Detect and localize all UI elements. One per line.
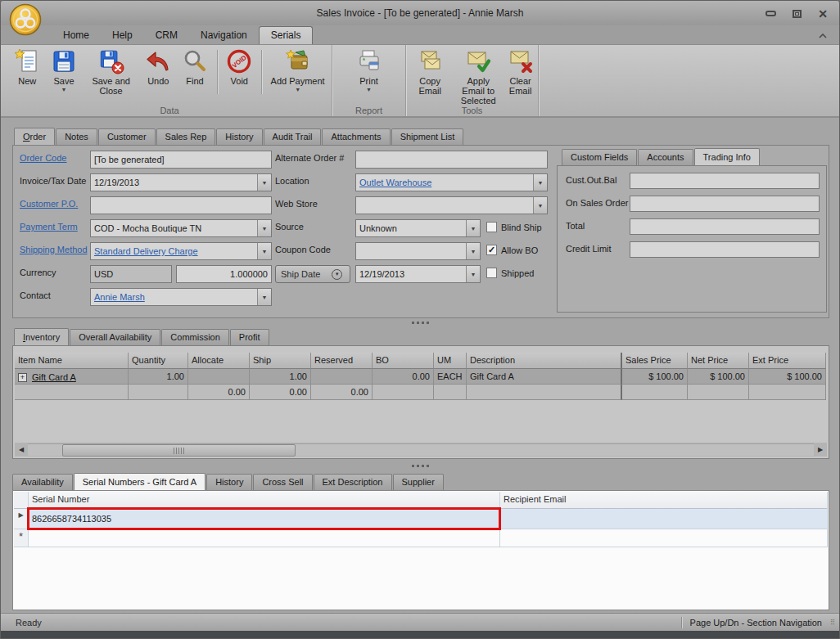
ribbon-tab-serials[interactable]: Serials <box>259 26 314 44</box>
close-button[interactable]: ✕ <box>816 8 829 19</box>
add-payment-button[interactable]: Add Payment ▼ <box>269 47 327 106</box>
ribbon-tab-help[interactable]: Help <box>101 27 144 44</box>
undo-button[interactable]: Undo <box>142 47 174 106</box>
location-label: Location <box>275 176 309 186</box>
tab-detail-history[interactable]: History <box>206 474 252 490</box>
tab-attachments[interactable]: Attachments <box>322 128 390 145</box>
ship-date-button[interactable]: Ship Date ▼ <box>275 265 350 283</box>
blind-ship-checkbox[interactable]: Blind Ship <box>486 222 542 232</box>
serial-number-cell[interactable] <box>29 529 500 547</box>
payment-term-label[interactable]: Payment Term <box>20 222 78 232</box>
find-button[interactable]: Find <box>179 47 210 106</box>
tab-supplier[interactable]: Supplier <box>393 474 444 490</box>
shipping-method-combo[interactable]: Standard Delivery Charge ▼ <box>90 242 272 260</box>
restore-button[interactable] <box>790 8 803 19</box>
chevron-down-icon[interactable]: ▼ <box>257 243 271 259</box>
tab-availability[interactable]: Availability <box>12 474 73 490</box>
coupon-code-label: Coupon Code <box>275 245 331 254</box>
web-store-label: Web Store <box>275 199 318 209</box>
tab-profit[interactable]: Profit <box>230 329 269 345</box>
tab-trading-info[interactable]: Trading Info <box>694 148 760 165</box>
currency-code-input: USD <box>90 265 172 283</box>
ribbon-tab-navigation[interactable]: Navigation <box>189 27 259 44</box>
scrollbar-thumb[interactable] <box>62 444 296 457</box>
currency-rate-input[interactable]: 1.000000 <box>176 265 272 283</box>
scroll-left-icon[interactable]: ◀ <box>15 446 28 453</box>
tab-overall-availability[interactable]: Overall Availability <box>70 329 160 345</box>
recipient-email-cell[interactable] <box>500 529 828 547</box>
serial-number-cell[interactable]: 8626658734113035 <box>29 509 500 529</box>
web-store-combo[interactable]: ▼ <box>355 196 548 214</box>
splitter-handle[interactable] <box>12 462 829 469</box>
tab-cross-sell[interactable]: Cross Sell <box>253 474 312 490</box>
resize-grip[interactable]: ⁝⁝ <box>830 617 834 628</box>
tab-ext-description[interactable]: Ext Description <box>314 474 392 490</box>
ribbon-tab-home[interactable]: Home <box>52 27 101 44</box>
chevron-down-icon[interactable]: ▼ <box>533 197 547 214</box>
tab-customer[interactable]: Customer <box>98 128 156 145</box>
chevron-down-icon[interactable]: ▼ <box>257 289 271 305</box>
ribbon-group-data: New Save ▼ <box>7 45 332 116</box>
chevron-down-icon[interactable]: ▼ <box>257 174 271 191</box>
splitter-handle[interactable] <box>12 319 829 326</box>
allow-bo-checkbox[interactable]: Allow BO <box>486 245 538 255</box>
invoice-date-label: Invoice/Tax Date <box>20 176 86 186</box>
chevron-down-icon[interactable]: ▼ <box>466 266 480 282</box>
expand-plus-icon[interactable]: + <box>18 373 27 382</box>
total-input <box>630 218 820 235</box>
payment-term-combo[interactable]: COD - Mocha Boutique TN ▼ <box>90 219 272 237</box>
minimize-button[interactable] <box>764 8 777 19</box>
invoice-date-combo[interactable]: 12/19/2013 ▼ <box>90 173 272 191</box>
app-window: Sales Invoice - [To be generated] - Anni… <box>0 0 840 639</box>
source-combo[interactable]: Unknown ▼ <box>355 219 481 237</box>
order-code-label[interactable]: Order Code <box>20 153 66 163</box>
order-code-input[interactable]: [To be generated] <box>90 151 272 169</box>
apply-email-to-selected-button[interactable]: Apply Email to Selected <box>452 47 504 106</box>
tab-history[interactable]: History <box>216 128 262 145</box>
tab-serial-numbers[interactable]: Serial Numbers - Gift Card A <box>74 473 205 490</box>
tab-notes[interactable]: Notes <box>56 128 97 145</box>
shipping-method-label[interactable]: Shipping Method <box>20 245 88 254</box>
tab-commission[interactable]: Commission <box>161 329 229 345</box>
chevron-down-icon[interactable]: ▼ <box>466 220 480 236</box>
ribbon-tab-crm[interactable]: CRM <box>144 27 189 44</box>
copy-email-button[interactable]: Copy Email <box>408 47 452 106</box>
coupon-code-combo[interactable]: ▼ <box>355 242 481 260</box>
new-button[interactable]: New <box>11 47 43 106</box>
tab-shipment-list[interactable]: Shipment List <box>391 128 464 145</box>
alternate-order-input[interactable] <box>355 151 548 169</box>
shipped-checkbox[interactable]: Shipped <box>486 268 534 278</box>
tab-inventory[interactable]: Inventory <box>14 328 69 345</box>
tab-audit-trail[interactable]: Audit Trail <box>264 128 322 145</box>
location-combo[interactable]: Outlet Warehouse ▼ <box>355 173 548 191</box>
printer-icon <box>356 48 382 74</box>
tab-sales-rep[interactable]: Sales Rep <box>156 128 216 145</box>
ribbon-group-tools: Copy Email Apply Email to Selected Clear… <box>406 45 539 116</box>
horizontal-scrollbar[interactable]: ◀ ▶ <box>15 443 827 457</box>
ship-date-combo[interactable]: 12/19/2013 ▼ <box>355 265 481 283</box>
customer-po-input[interactable] <box>90 196 272 214</box>
order-form-panel: Order Code [To be generated] Invoice/Tax… <box>12 145 829 318</box>
tab-accounts[interactable]: Accounts <box>638 149 693 165</box>
clear-email-button[interactable]: Clear Email <box>504 47 536 106</box>
chevron-down-icon[interactable]: ▼ <box>466 243 480 259</box>
chevron-down-icon[interactable]: ▼ <box>533 174 547 191</box>
tab-custom-fields[interactable]: Custom Fields <box>562 149 637 165</box>
customer-po-label[interactable]: Customer P.O. <box>20 199 78 209</box>
void-button[interactable]: VOID Void <box>224 47 255 106</box>
save-button[interactable]: Save ▼ <box>48 47 79 106</box>
apply-email-icon <box>465 48 491 74</box>
scrollbar-track[interactable] <box>28 443 814 456</box>
chevron-up-icon[interactable] <box>818 32 828 40</box>
recipient-email-cell[interactable] <box>500 509 828 529</box>
save-and-close-button[interactable]: Save and Close <box>85 47 138 106</box>
contact-combo[interactable]: Annie Marsh ▼ <box>90 288 272 306</box>
dropdown-arrow-icon: ▼ <box>61 87 67 92</box>
title-bar: Sales Invoice - [To be generated] - Anni… <box>1 1 839 25</box>
serial-numbers-grid: Serial Number Recipient Email ▶ 86266587… <box>14 492 828 547</box>
scroll-right-icon[interactable]: ▶ <box>814 446 827 453</box>
tab-order[interactable]: Order <box>14 128 55 145</box>
print-button[interactable]: Print ▼ <box>354 47 385 106</box>
chevron-down-icon[interactable]: ▼ <box>257 220 271 236</box>
item-name-link[interactable]: Gift Card A <box>32 372 76 382</box>
